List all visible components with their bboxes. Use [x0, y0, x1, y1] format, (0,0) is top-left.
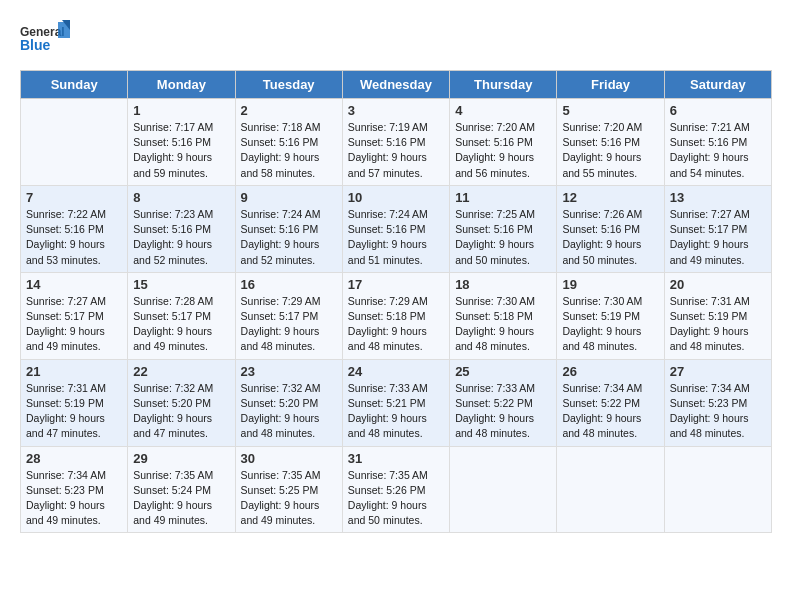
- calendar-cell: 26Sunrise: 7:34 AM Sunset: 5:22 PM Dayli…: [557, 359, 664, 446]
- day-number: 15: [133, 277, 229, 292]
- calendar-cell: 28Sunrise: 7:34 AM Sunset: 5:23 PM Dayli…: [21, 446, 128, 533]
- day-number: 17: [348, 277, 444, 292]
- day-detail: Sunrise: 7:35 AM Sunset: 5:26 PM Dayligh…: [348, 468, 444, 529]
- calendar-cell: 31Sunrise: 7:35 AM Sunset: 5:26 PM Dayli…: [342, 446, 449, 533]
- calendar-cell: 20Sunrise: 7:31 AM Sunset: 5:19 PM Dayli…: [664, 272, 771, 359]
- day-number: 20: [670, 277, 766, 292]
- calendar-cell: 14Sunrise: 7:27 AM Sunset: 5:17 PM Dayli…: [21, 272, 128, 359]
- day-number: 31: [348, 451, 444, 466]
- calendar-cell: [21, 99, 128, 186]
- day-detail: Sunrise: 7:20 AM Sunset: 5:16 PM Dayligh…: [562, 120, 658, 181]
- day-detail: Sunrise: 7:17 AM Sunset: 5:16 PM Dayligh…: [133, 120, 229, 181]
- day-number: 16: [241, 277, 337, 292]
- day-header-thursday: Thursday: [450, 71, 557, 99]
- day-number: 21: [26, 364, 122, 379]
- day-header-sunday: Sunday: [21, 71, 128, 99]
- calendar-cell: 1Sunrise: 7:17 AM Sunset: 5:16 PM Daylig…: [128, 99, 235, 186]
- day-detail: Sunrise: 7:26 AM Sunset: 5:16 PM Dayligh…: [562, 207, 658, 268]
- day-detail: Sunrise: 7:23 AM Sunset: 5:16 PM Dayligh…: [133, 207, 229, 268]
- calendar-cell: 9Sunrise: 7:24 AM Sunset: 5:16 PM Daylig…: [235, 185, 342, 272]
- day-number: 7: [26, 190, 122, 205]
- day-number: 29: [133, 451, 229, 466]
- calendar-cell: 2Sunrise: 7:18 AM Sunset: 5:16 PM Daylig…: [235, 99, 342, 186]
- day-detail: Sunrise: 7:34 AM Sunset: 5:23 PM Dayligh…: [670, 381, 766, 442]
- calendar-cell: 4Sunrise: 7:20 AM Sunset: 5:16 PM Daylig…: [450, 99, 557, 186]
- calendar-cell: 27Sunrise: 7:34 AM Sunset: 5:23 PM Dayli…: [664, 359, 771, 446]
- day-detail: Sunrise: 7:18 AM Sunset: 5:16 PM Dayligh…: [241, 120, 337, 181]
- page-header: General Blue: [20, 20, 772, 62]
- day-number: 26: [562, 364, 658, 379]
- day-detail: Sunrise: 7:30 AM Sunset: 5:18 PM Dayligh…: [455, 294, 551, 355]
- day-detail: Sunrise: 7:35 AM Sunset: 5:24 PM Dayligh…: [133, 468, 229, 529]
- svg-text:Blue: Blue: [20, 37, 51, 53]
- day-detail: Sunrise: 7:29 AM Sunset: 5:17 PM Dayligh…: [241, 294, 337, 355]
- calendar-cell: 13Sunrise: 7:27 AM Sunset: 5:17 PM Dayli…: [664, 185, 771, 272]
- day-detail: Sunrise: 7:31 AM Sunset: 5:19 PM Dayligh…: [26, 381, 122, 442]
- day-header-tuesday: Tuesday: [235, 71, 342, 99]
- day-number: 23: [241, 364, 337, 379]
- day-detail: Sunrise: 7:21 AM Sunset: 5:16 PM Dayligh…: [670, 120, 766, 181]
- calendar-cell: 7Sunrise: 7:22 AM Sunset: 5:16 PM Daylig…: [21, 185, 128, 272]
- day-number: 12: [562, 190, 658, 205]
- calendar-cell: 5Sunrise: 7:20 AM Sunset: 5:16 PM Daylig…: [557, 99, 664, 186]
- day-detail: Sunrise: 7:33 AM Sunset: 5:21 PM Dayligh…: [348, 381, 444, 442]
- calendar-cell: 30Sunrise: 7:35 AM Sunset: 5:25 PM Dayli…: [235, 446, 342, 533]
- calendar-cell: 25Sunrise: 7:33 AM Sunset: 5:22 PM Dayli…: [450, 359, 557, 446]
- day-number: 5: [562, 103, 658, 118]
- calendar-cell: 16Sunrise: 7:29 AM Sunset: 5:17 PM Dayli…: [235, 272, 342, 359]
- day-number: 24: [348, 364, 444, 379]
- calendar-cell: 23Sunrise: 7:32 AM Sunset: 5:20 PM Dayli…: [235, 359, 342, 446]
- calendar-week-2: 7Sunrise: 7:22 AM Sunset: 5:16 PM Daylig…: [21, 185, 772, 272]
- calendar-cell: 3Sunrise: 7:19 AM Sunset: 5:16 PM Daylig…: [342, 99, 449, 186]
- calendar-cell: [664, 446, 771, 533]
- calendar-table: SundayMondayTuesdayWednesdayThursdayFrid…: [20, 70, 772, 533]
- calendar-cell: 24Sunrise: 7:33 AM Sunset: 5:21 PM Dayli…: [342, 359, 449, 446]
- calendar-cell: 18Sunrise: 7:30 AM Sunset: 5:18 PM Dayli…: [450, 272, 557, 359]
- calendar-cell: 8Sunrise: 7:23 AM Sunset: 5:16 PM Daylig…: [128, 185, 235, 272]
- day-header-saturday: Saturday: [664, 71, 771, 99]
- day-number: 19: [562, 277, 658, 292]
- day-detail: Sunrise: 7:33 AM Sunset: 5:22 PM Dayligh…: [455, 381, 551, 442]
- day-detail: Sunrise: 7:24 AM Sunset: 5:16 PM Dayligh…: [241, 207, 337, 268]
- day-detail: Sunrise: 7:30 AM Sunset: 5:19 PM Dayligh…: [562, 294, 658, 355]
- calendar-week-1: 1Sunrise: 7:17 AM Sunset: 5:16 PM Daylig…: [21, 99, 772, 186]
- day-detail: Sunrise: 7:19 AM Sunset: 5:16 PM Dayligh…: [348, 120, 444, 181]
- day-number: 4: [455, 103, 551, 118]
- calendar-cell: 19Sunrise: 7:30 AM Sunset: 5:19 PM Dayli…: [557, 272, 664, 359]
- logo-svg: General Blue: [20, 20, 70, 62]
- day-number: 6: [670, 103, 766, 118]
- day-detail: Sunrise: 7:31 AM Sunset: 5:19 PM Dayligh…: [670, 294, 766, 355]
- day-header-monday: Monday: [128, 71, 235, 99]
- day-number: 14: [26, 277, 122, 292]
- day-number: 25: [455, 364, 551, 379]
- day-detail: Sunrise: 7:28 AM Sunset: 5:17 PM Dayligh…: [133, 294, 229, 355]
- calendar-week-5: 28Sunrise: 7:34 AM Sunset: 5:23 PM Dayli…: [21, 446, 772, 533]
- day-detail: Sunrise: 7:22 AM Sunset: 5:16 PM Dayligh…: [26, 207, 122, 268]
- calendar-cell: [450, 446, 557, 533]
- day-number: 11: [455, 190, 551, 205]
- day-header-wednesday: Wednesday: [342, 71, 449, 99]
- calendar-cell: 22Sunrise: 7:32 AM Sunset: 5:20 PM Dayli…: [128, 359, 235, 446]
- day-detail: Sunrise: 7:25 AM Sunset: 5:16 PM Dayligh…: [455, 207, 551, 268]
- day-detail: Sunrise: 7:20 AM Sunset: 5:16 PM Dayligh…: [455, 120, 551, 181]
- calendar-week-4: 21Sunrise: 7:31 AM Sunset: 5:19 PM Dayli…: [21, 359, 772, 446]
- day-detail: Sunrise: 7:34 AM Sunset: 5:22 PM Dayligh…: [562, 381, 658, 442]
- day-detail: Sunrise: 7:35 AM Sunset: 5:25 PM Dayligh…: [241, 468, 337, 529]
- calendar-cell: 15Sunrise: 7:28 AM Sunset: 5:17 PM Dayli…: [128, 272, 235, 359]
- day-number: 3: [348, 103, 444, 118]
- day-number: 28: [26, 451, 122, 466]
- day-number: 22: [133, 364, 229, 379]
- calendar-week-3: 14Sunrise: 7:27 AM Sunset: 5:17 PM Dayli…: [21, 272, 772, 359]
- day-number: 10: [348, 190, 444, 205]
- day-number: 27: [670, 364, 766, 379]
- day-number: 13: [670, 190, 766, 205]
- day-detail: Sunrise: 7:24 AM Sunset: 5:16 PM Dayligh…: [348, 207, 444, 268]
- day-detail: Sunrise: 7:32 AM Sunset: 5:20 PM Dayligh…: [133, 381, 229, 442]
- calendar-cell: 11Sunrise: 7:25 AM Sunset: 5:16 PM Dayli…: [450, 185, 557, 272]
- day-number: 30: [241, 451, 337, 466]
- day-number: 9: [241, 190, 337, 205]
- day-detail: Sunrise: 7:29 AM Sunset: 5:18 PM Dayligh…: [348, 294, 444, 355]
- calendar-cell: [557, 446, 664, 533]
- day-number: 1: [133, 103, 229, 118]
- calendar-cell: 6Sunrise: 7:21 AM Sunset: 5:16 PM Daylig…: [664, 99, 771, 186]
